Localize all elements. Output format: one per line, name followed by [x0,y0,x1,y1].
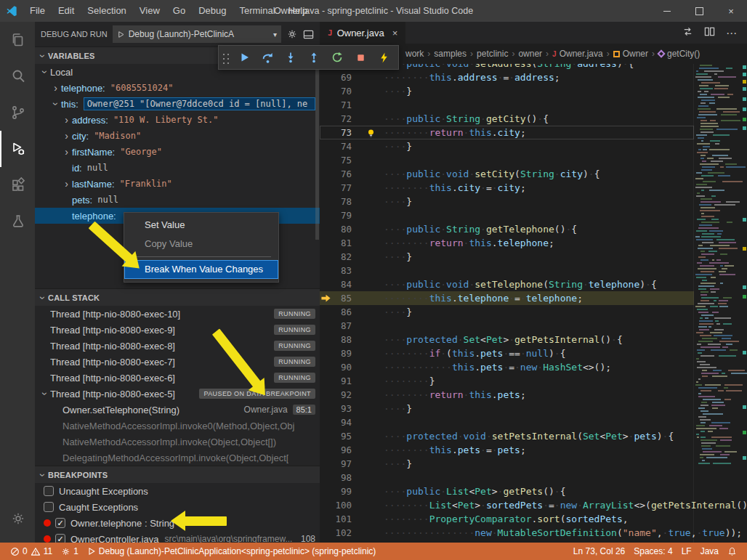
line-number[interactable]: 79 [328,208,352,222]
code-line[interactable]: 87 [320,319,694,333]
start-debug-icon[interactable] [117,31,125,38]
code-line[interactable]: 83 [320,264,694,277]
more-actions-icon[interactable]: ⋯ [726,28,737,38]
variable-row[interactable]: ›pets:null [35,192,320,208]
breadcrumb-item[interactable]: Owner [613,49,648,59]
line-number[interactable]: 81 [328,236,352,250]
search-icon[interactable] [0,58,35,94]
line-number[interactable]: 91 [328,374,352,388]
code-line[interactable]: 80····public·String·getTelephone()·{ [320,222,694,236]
line-number[interactable]: 80 [328,222,352,236]
line-number[interactable]: 86 [328,305,352,319]
code-line[interactable]: 92········return·this.pets; [320,388,694,402]
open-changes-icon[interactable] [682,26,693,40]
language-mode[interactable]: Java [696,543,723,560]
callstack-row[interactable]: ›Thread [http-nio-8080-exec-9]RUNNING [35,322,320,338]
line-number[interactable]: 77 [328,181,352,195]
breadcrumb-item[interactable]: petclinic [477,49,508,59]
line-number[interactable]: 75 [328,153,352,167]
code-line[interactable]: 81········return·this.telephone; [320,236,694,250]
line-number[interactable]: 82 [328,250,352,264]
code-line[interactable]: 99····public·List<Pet>·getPets()·{ [320,484,694,498]
line-number[interactable]: 85 [328,291,352,305]
line-number[interactable]: 98 [328,471,352,484]
line-number[interactable]: 69 [328,70,352,84]
code-line[interactable]: 73········return·this.city; [320,126,694,139]
line-number[interactable]: 72 [328,112,352,126]
callstack-row[interactable]: Owner.setTelephone(String)Owner.java85:1 [35,402,320,418]
callstack-row[interactable]: NativeMethodAccessorImpl.invoke(Object,O… [35,434,320,450]
line-number[interactable]: 101 [328,512,352,526]
breadcrumb-item[interactable]: samples [434,49,467,59]
line-number[interactable]: 71 [328,98,352,112]
line-number[interactable]: 90 [328,360,352,374]
line-number[interactable]: 92 [328,388,352,402]
line-number[interactable]: 102 [328,526,352,540]
code-line[interactable]: 95····protected·void·setPetsInternal(Set… [320,429,694,443]
code-line[interactable]: 69········this.address·=·address; [320,70,694,84]
variable-row[interactable]: ›id:null [35,160,320,176]
line-number[interactable]: 83 [328,264,352,277]
variable-row[interactable]: ›lastName:"Franklin" [35,176,320,192]
code-line[interactable]: 97····} [320,457,694,471]
variable-row[interactable]: ›this:Owner@251 "[Owner@7ddce0cd id = [n… [35,96,320,112]
callstack-row[interactable]: NativeMethodAccessorImpl.invoke0(Method,… [35,418,320,434]
breakpoint-checkbox[interactable]: ✓ [55,518,65,528]
hot-code-replace-icon[interactable] [374,48,394,67]
breadcrumb-item[interactable]: JOwner.java [552,49,603,59]
line-number[interactable]: 88 [328,333,352,346]
step-into-icon[interactable] [280,48,301,67]
code-line[interactable]: 79 [320,208,694,222]
line-number[interactable]: 100 [328,498,352,512]
debug-target[interactable]: Debug (Launch)-PetClinicApplication<spri… [83,543,381,560]
problems-indicator[interactable]: 0 11 [6,543,57,560]
indentation[interactable]: Spaces: 4 [629,543,677,560]
callstack-row[interactable]: ›Thread [http-nio-8080-exec-6]RUNNING [35,370,320,386]
code-line[interactable]: 71 [320,98,694,112]
code-line[interactable]: 82····} [320,250,694,264]
context-menu-item[interactable]: Copy Value [124,235,278,253]
line-number[interactable]: 76 [328,167,352,181]
callstack-row[interactable]: ›Thread [http-nio-8080-exec-8]RUNNING [35,338,320,354]
line-number[interactable]: 94 [328,415,352,429]
callstack-row[interactable]: ›Thread [http-nio-8080-exec-7]RUNNING [35,354,320,370]
line-number[interactable]: 70 [328,84,352,98]
callstack-row[interactable]: ›Thread [http-nio-8080-exec-5]PAUSED ON … [35,386,320,402]
split-editor-icon[interactable] [704,26,715,40]
menu-item-file[interactable]: File [23,0,52,22]
code-line[interactable]: 70····} [320,84,694,98]
menu-item-selection[interactable]: Selection [81,0,132,22]
code-line[interactable]: 77········this.city·=·city; [320,181,694,195]
code-line[interactable]: 84····public·void·setTelephone(String·te… [320,277,694,291]
line-number[interactable]: 89 [328,346,352,360]
sidebar-scrollbar[interactable] [315,48,319,240]
minimize-icon[interactable] [651,0,683,22]
call-stack-section-header[interactable]: › CALL STACK [35,288,320,306]
breadcrumb-item[interactable]: getCity() [658,49,700,59]
explorer-icon[interactable] [0,22,35,58]
menu-item-debug[interactable]: Debug [192,0,233,22]
code-line[interactable]: 93····} [320,402,694,415]
line-number[interactable]: 93 [328,402,352,415]
callstack-row[interactable]: DelegatingMethodAccessorImpl.invoke(Obje… [35,450,320,466]
line-number[interactable]: 97 [328,457,352,471]
step-over-icon[interactable] [257,48,278,67]
settings-gear-icon[interactable] [0,500,35,537]
variable-row[interactable]: ›telephone:"6085551024" [35,80,320,96]
drag-handle[interactable] [221,51,230,64]
menu-item-edit[interactable]: Edit [52,0,81,22]
breakpoint-checkbox[interactable] [44,486,54,496]
code-line[interactable]: 88····protected·Set<Pet>·getPetsInternal… [320,333,694,346]
line-number[interactable]: 87 [328,319,352,333]
line-number[interactable]: 96 [328,443,352,457]
code-line[interactable]: 78····} [320,195,694,208]
debug-console-icon[interactable] [303,29,314,40]
maximize-icon[interactable] [683,0,715,22]
code-line[interactable]: 76····public·void·setCity(String·city)·{ [320,167,694,181]
close-icon[interactable]: × [715,0,747,22]
context-menu-item[interactable]: Break When Value Changes [124,260,278,279]
line-number[interactable]: 78 [328,195,352,208]
testing-icon[interactable] [0,203,35,240]
callstack-row[interactable]: ›Thread [http-nio-8080-exec-10]RUNNING [35,306,320,322]
code-line[interactable]: 96········this.pets·=·pets; [320,443,694,457]
